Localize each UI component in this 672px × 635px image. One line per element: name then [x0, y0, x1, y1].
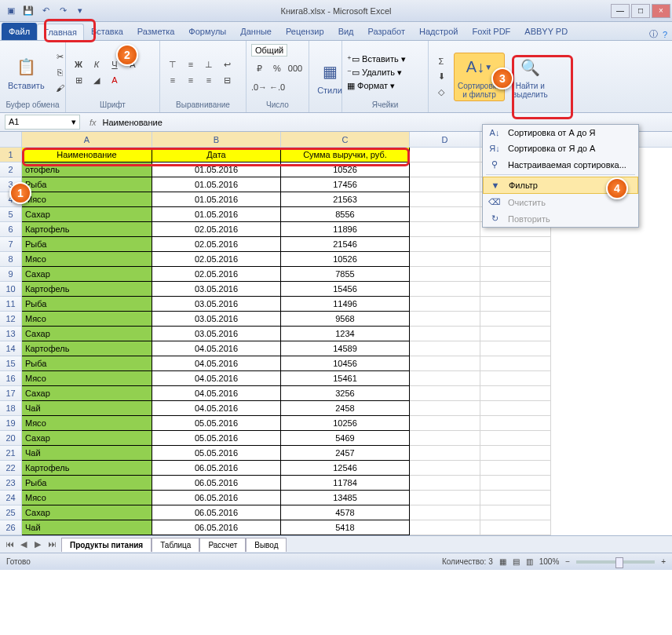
- tab-data[interactable]: Данные: [233, 23, 279, 40]
- view-normal-icon[interactable]: ▦: [499, 557, 506, 566]
- cell[interactable]: 1234: [281, 327, 410, 341]
- row-header[interactable]: 25: [0, 505, 22, 520]
- cell[interactable]: 01.05.2016: [152, 192, 281, 207]
- qat-more-icon[interactable]: ▾: [72, 3, 88, 19]
- cell[interactable]: 10256: [281, 416, 410, 431]
- cell[interactable]: [410, 207, 480, 222]
- row-header[interactable]: 9: [0, 267, 22, 282]
- row-header[interactable]: 12: [0, 312, 22, 327]
- cell[interactable]: 2458: [281, 401, 410, 416]
- cell[interactable]: [410, 431, 480, 446]
- border-icon[interactable]: ⊞: [71, 73, 86, 87]
- currency-icon[interactable]: ₽: [251, 61, 267, 75]
- zoom-level[interactable]: 100%: [539, 557, 560, 566]
- name-box[interactable]: A1▾: [5, 115, 80, 130]
- cell[interactable]: 2457: [281, 446, 410, 461]
- cell[interactable]: 10526: [281, 162, 410, 177]
- cell[interactable]: Мясо: [22, 252, 152, 267]
- cell[interactable]: Рыба: [22, 297, 152, 312]
- cell[interactable]: [480, 476, 551, 491]
- sheet-tab-1[interactable]: Таблица: [152, 538, 199, 552]
- view-layout-icon[interactable]: ▤: [513, 557, 520, 566]
- font-color-icon[interactable]: A: [107, 73, 122, 87]
- clear-icon[interactable]: ◇: [433, 86, 449, 100]
- menu-custom-sort[interactable]: ⚲Настраиваемая сортировка...: [483, 156, 638, 173]
- cell[interactable]: 04.05.2016: [152, 401, 281, 416]
- tab-insert[interactable]: Вставка: [84, 23, 130, 40]
- row-header[interactable]: 10: [0, 282, 22, 297]
- cell[interactable]: Чай: [22, 520, 152, 535]
- cell[interactable]: [410, 327, 480, 341]
- row-header[interactable]: 17: [0, 386, 22, 401]
- italic-icon[interactable]: К: [89, 57, 104, 71]
- row-header[interactable]: 23: [0, 476, 22, 491]
- wrap-text-icon[interactable]: ↩: [219, 57, 235, 71]
- row-header[interactable]: 14: [0, 341, 22, 356]
- cell[interactable]: [480, 431, 551, 446]
- cell[interactable]: 5469: [281, 431, 410, 446]
- percent-icon[interactable]: %: [269, 61, 285, 75]
- col-header-C[interactable]: C: [281, 132, 410, 147]
- row-header[interactable]: 11: [0, 297, 22, 312]
- cell[interactable]: [480, 312, 551, 327]
- row-header[interactable]: 18: [0, 401, 22, 416]
- row-header[interactable]: 19: [0, 416, 22, 431]
- cell[interactable]: 02.05.2016: [152, 222, 281, 237]
- cell[interactable]: Мясо: [22, 371, 152, 386]
- cell[interactable]: Мясо: [22, 491, 152, 505]
- cell[interactable]: 5418: [281, 520, 410, 535]
- delete-cells-button[interactable]: ⁻▭ Удалить ▾: [347, 68, 406, 78]
- cell[interactable]: [480, 446, 551, 461]
- tab-home[interactable]: Главная: [37, 24, 84, 40]
- cell[interactable]: 11496: [281, 297, 410, 312]
- cell[interactable]: Рыба: [22, 356, 152, 371]
- cell[interactable]: [410, 267, 480, 282]
- zoom-in-icon[interactable]: +: [661, 557, 666, 566]
- fill-color-icon[interactable]: ◢: [89, 73, 104, 87]
- cell[interactable]: Сахар: [22, 207, 152, 222]
- cell[interactable]: [410, 297, 480, 312]
- align-bottom-icon[interactable]: ⊥: [201, 57, 217, 71]
- cell[interactable]: 02.05.2016: [152, 267, 281, 282]
- increase-decimal-icon[interactable]: .0→: [251, 80, 267, 94]
- header-cell[interactable]: Дата: [152, 148, 281, 162]
- cell[interactable]: Сахар: [22, 386, 152, 401]
- align-right-icon[interactable]: ≡: [201, 73, 217, 87]
- undo-icon[interactable]: ↶: [38, 3, 53, 19]
- cell[interactable]: 06.05.2016: [152, 520, 281, 535]
- redo-icon[interactable]: ↷: [55, 3, 71, 19]
- row-header[interactable]: 16: [0, 371, 22, 386]
- cell[interactable]: [480, 267, 551, 282]
- cell[interactable]: Мясо: [22, 312, 152, 327]
- cell[interactable]: [480, 297, 551, 312]
- sheet-tab-3[interactable]: Вывод: [246, 538, 287, 552]
- cell[interactable]: 06.05.2016: [152, 461, 281, 476]
- cell[interactable]: 04.05.2016: [152, 371, 281, 386]
- row-header[interactable]: 13: [0, 327, 22, 341]
- view-pagebreak-icon[interactable]: ▥: [526, 557, 533, 566]
- minimize-button[interactable]: —: [611, 4, 630, 18]
- row-header[interactable]: 21: [0, 446, 22, 461]
- tab-view[interactable]: Вид: [331, 23, 361, 40]
- bold-icon[interactable]: Ж: [71, 57, 86, 71]
- col-header-B[interactable]: B: [152, 132, 281, 147]
- cell[interactable]: 06.05.2016: [152, 476, 281, 491]
- align-middle-icon[interactable]: ≡: [183, 57, 199, 71]
- row-header[interactable]: 15: [0, 356, 22, 371]
- help-icon[interactable]: ?: [663, 30, 667, 39]
- cell[interactable]: 03.05.2016: [152, 312, 281, 327]
- cell[interactable]: Сахар: [22, 505, 152, 520]
- cell[interactable]: 01.05.2016: [152, 162, 281, 177]
- cell[interactable]: 04.05.2016: [152, 356, 281, 371]
- tab-foxit[interactable]: Foxit PDF: [465, 23, 517, 40]
- cell[interactable]: 06.05.2016: [152, 491, 281, 505]
- cell[interactable]: 21546: [281, 237, 410, 252]
- tab-file[interactable]: Файл: [2, 23, 37, 40]
- cell[interactable]: 03.05.2016: [152, 297, 281, 312]
- row-header[interactable]: 1: [0, 148, 22, 162]
- cell[interactable]: [410, 356, 480, 371]
- cell[interactable]: [410, 192, 480, 207]
- cell[interactable]: 9568: [281, 312, 410, 327]
- cell[interactable]: 03.05.2016: [152, 327, 281, 341]
- col-header-A[interactable]: A: [22, 132, 152, 147]
